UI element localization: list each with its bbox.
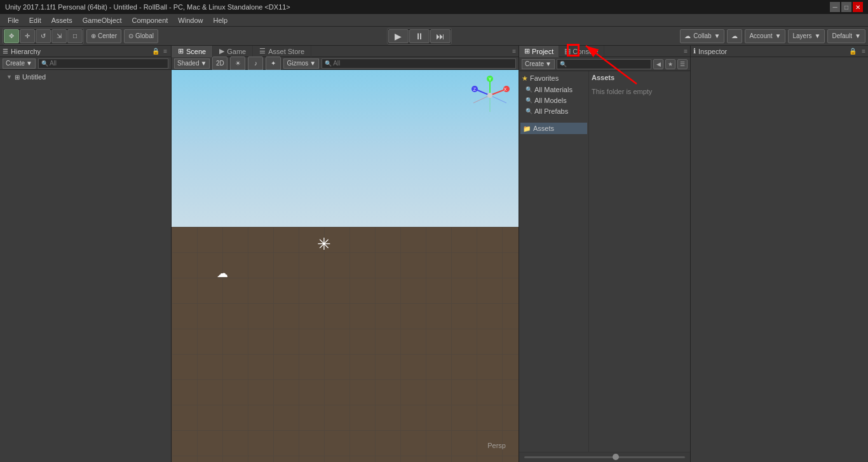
game-tab-icon: ▶: [219, 47, 224, 55]
pivot-center-button[interactable]: ⊕ Center: [86, 29, 121, 43]
tab-game[interactable]: ▶ Game: [213, 46, 253, 57]
pivot-icon: ⊕: [91, 32, 96, 39]
tab-asset-store[interactable]: ☰ Asset Store: [253, 46, 311, 57]
close-button[interactable]: ✕: [853, 2, 863, 12]
tab-scene[interactable]: ⊞ Scene: [172, 46, 213, 57]
menu-assets[interactable]: Assets: [46, 15, 78, 25]
assets-folder-label: Assets: [533, 125, 554, 132]
project-btn-2[interactable]: ★: [665, 59, 675, 69]
gizmos-dropdown-icon: ▼: [309, 60, 316, 67]
hand-tool[interactable]: ✥: [4, 29, 19, 43]
play-button[interactable]: ▶: [388, 29, 409, 43]
scene-search-icon: 🔍: [325, 60, 332, 67]
favorites-all-materials[interactable]: 🔍 All Materials: [520, 84, 587, 95]
fx-toggle[interactable]: ✦: [266, 57, 281, 71]
scene-panel-menu[interactable]: ≡: [510, 48, 519, 55]
scene-icon: ⊞: [15, 74, 20, 81]
hierarchy-create-button[interactable]: Create ▼: [3, 58, 36, 69]
project-panel: ⊞ Project ▤ Console ≡ Create ▼ 🔍 ◀ ★ ☰: [519, 46, 690, 462]
collab-button[interactable]: ☁ Collab ▼: [680, 29, 724, 43]
menu-gameobject[interactable]: GameObject: [78, 15, 127, 25]
local-global-button[interactable]: ⊙ Global: [124, 29, 158, 43]
tab-project[interactable]: ⊞ Project: [519, 46, 559, 57]
scene-ground: [172, 227, 519, 462]
project-tabs: ⊞ Project ▤ Console ≡: [519, 46, 690, 57]
favorites-spacer: [520, 116, 587, 123]
account-button[interactable]: Account ▼: [745, 29, 785, 43]
transform-tool-group: ✥ ✛ ↺ ⇲ □: [3, 28, 84, 44]
scale-tool[interactable]: ⇲: [51, 29, 67, 43]
fav-materials-label: All Materials: [534, 86, 573, 93]
layout-dropdown-icon: ▼: [855, 32, 861, 39]
inspector-header: ℹ Inspector 🔒 ≡: [691, 46, 868, 57]
layers-button[interactable]: Layers ▼: [788, 29, 825, 43]
inspector-menu-btn[interactable]: ≡: [862, 48, 865, 55]
menu-window[interactable]: Window: [173, 15, 208, 25]
hierarchy-lock-btn[interactable]: 🔒: [151, 48, 161, 55]
lighting-toggle[interactable]: ☀: [230, 57, 245, 71]
audio-toggle[interactable]: ♪: [248, 57, 263, 71]
favorites-panel: ★ Favorites 🔍 All Materials 🔍 All Models…: [519, 71, 589, 452]
search-icon: 🔍: [41, 60, 48, 67]
inspector-content: [691, 57, 868, 462]
hierarchy-toolbar: Create ▼ 🔍 All: [0, 57, 171, 70]
inspector-icon: ℹ: [693, 47, 696, 55]
fav-models-label: All Models: [534, 97, 567, 104]
tab-console[interactable]: ▤ Console: [559, 46, 604, 57]
pause-button[interactable]: ⏸: [409, 29, 430, 43]
layers-label: Layers: [792, 32, 811, 39]
move-tool[interactable]: ✛: [20, 29, 35, 43]
project-search-icon: 🔍: [560, 61, 567, 67]
project-toolbar: Create ▼ 🔍 ◀ ★ ☰: [519, 57, 690, 71]
menu-component[interactable]: Component: [126, 15, 173, 25]
create-label: Create: [6, 60, 25, 67]
project-btn-1[interactable]: ◀: [653, 59, 663, 69]
gizmos-dropdown[interactable]: Gizmos ▼: [283, 58, 319, 69]
restore-button[interactable]: □: [841, 2, 851, 12]
scene-arrow-icon: ▼: [6, 74, 12, 80]
menu-file[interactable]: File: [3, 15, 24, 25]
svg-line-9: [473, 95, 490, 103]
console-tab-icon: ▤: [564, 47, 571, 55]
favorites-all-prefabs[interactable]: 🔍 All Prefabs: [520, 105, 587, 116]
scene-tab-icon: ⊞: [178, 47, 184, 55]
project-slider-track[interactable]: [524, 456, 685, 458]
minimize-button[interactable]: ─: [830, 2, 840, 12]
scene-tab-label: Scene: [186, 48, 206, 55]
shading-dropdown[interactable]: Shaded ▼: [174, 58, 210, 69]
hierarchy-menu-btn[interactable]: ≡: [162, 48, 168, 55]
menu-edit[interactable]: Edit: [24, 15, 46, 25]
project-create-label: Create: [525, 60, 544, 67]
project-btn-3[interactable]: ☰: [677, 59, 688, 69]
menu-help[interactable]: Help: [208, 15, 233, 25]
scene-area: ⊞ Scene ▶ Game ☰ Asset Store ≡ Shaded ▼ …: [172, 46, 519, 462]
pivot-label: Center: [98, 32, 117, 39]
game-tab-label: Game: [227, 48, 246, 55]
hierarchy-untitled-scene[interactable]: ▼ ⊞ Untitled: [1, 71, 170, 83]
favorites-all-models[interactable]: 🔍 All Models: [520, 95, 587, 105]
assets-empty-text: This folder is empty: [592, 88, 688, 95]
favorites-title: Favorites: [530, 74, 559, 82]
scene-tabs: ⊞ Scene ▶ Game ☰ Asset Store ≡: [172, 46, 519, 57]
inspector-lock-btn[interactable]: 🔒: [849, 48, 857, 55]
title-bar: Unity 2017.1.1f1 Personal (64bit) - Unti…: [0, 0, 868, 14]
svg-point-12: [487, 93, 492, 98]
project-create-button[interactable]: Create ▼: [522, 59, 555, 69]
rect-tool[interactable]: □: [67, 29, 83, 43]
step-button[interactable]: ⏭: [430, 29, 451, 43]
project-search-box[interactable]: 🔍: [557, 59, 651, 69]
favorites-star-icon: ★: [522, 74, 528, 83]
sun-icon: ✳: [317, 234, 336, 254]
assets-folder-item[interactable]: 📁 Assets: [520, 123, 587, 134]
cloud-button[interactable]: ☁: [727, 29, 742, 43]
project-slider-thumb[interactable]: [613, 454, 619, 460]
shading-dropdown-icon: ▼: [200, 60, 207, 67]
scene-search[interactable]: 🔍 All: [322, 58, 516, 69]
layout-button[interactable]: Default ▼: [827, 29, 865, 43]
rotate-tool[interactable]: ↺: [36, 29, 51, 43]
2d-toggle[interactable]: 2D: [212, 57, 227, 71]
project-panel-menu[interactable]: ≡: [681, 48, 690, 55]
scene-view[interactable]: ✳ ☁ Persp X Y Z: [172, 70, 519, 462]
svg-text:Z: Z: [473, 87, 477, 92]
scene-gizmo: X Y Z: [470, 75, 511, 116]
